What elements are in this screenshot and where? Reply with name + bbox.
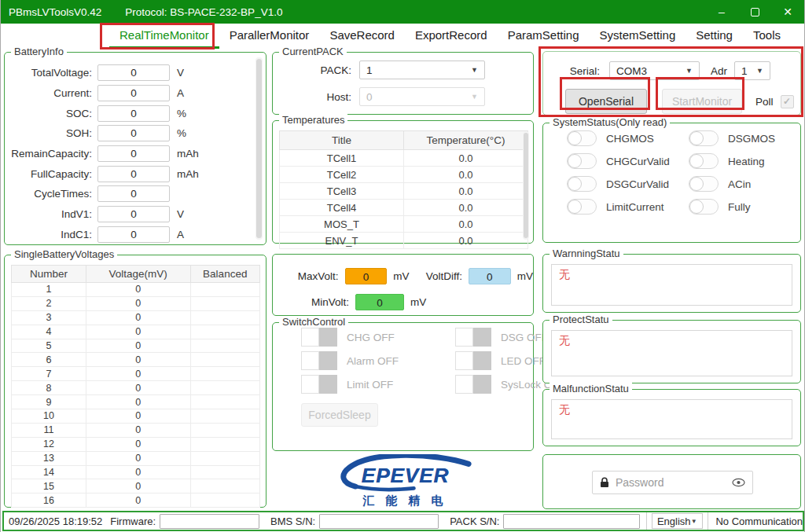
- protocol-label: Protocol: BS-PACE-232-BP_V1.0: [125, 6, 282, 18]
- cell-balanced: [190, 465, 259, 479]
- cell-number: 8: [12, 381, 86, 395]
- warning-status-title: WarnningStatu: [550, 248, 623, 259]
- cell-number: 6: [12, 353, 86, 367]
- voltage-row: 9 0: [12, 395, 260, 409]
- status-row: DSGCurValid: [567, 176, 689, 192]
- field-label: CycleTimes:: [5, 188, 97, 200]
- field-label: SOC:: [5, 108, 97, 119]
- switch-toggle[interactable]: [301, 375, 337, 394]
- status-cell: DSGMOS: [689, 130, 805, 146]
- start-monitor-button[interactable]: StartMonitor: [662, 89, 742, 114]
- temperature-row: TCell1 0.0: [280, 150, 528, 167]
- maximize-icon: [751, 8, 759, 17]
- status-toggle: [689, 153, 719, 169]
- status-bar: 09/26/2025 18:19:52 Firmware: BMS S/N: P…: [2, 511, 804, 531]
- cell-voltage: 0: [86, 353, 190, 367]
- cell-voltage: 0: [86, 479, 190, 493]
- tab-exportrecord[interactable]: ExportRecord: [405, 24, 498, 49]
- voltage-row: 5 0: [12, 339, 260, 353]
- serial-label: Serial:: [543, 65, 609, 77]
- status-toggle: [567, 199, 597, 215]
- close-button[interactable]: ✕: [771, 0, 804, 24]
- field-value: 0: [97, 125, 170, 141]
- forced-sleep-button[interactable]: ForcedSleep: [301, 403, 378, 427]
- serial-port-value: COM3: [616, 65, 647, 77]
- voltage-row: 2 0: [12, 296, 260, 310]
- cell-sensor: TCell2: [280, 167, 404, 183]
- window-controls: – ✕: [705, 0, 804, 24]
- open-serial-button[interactable]: OpenSerial: [565, 89, 647, 114]
- cell-number: 3: [12, 310, 86, 325]
- switch-toggle[interactable]: [455, 351, 491, 370]
- serial-port-select[interactable]: COM3 ▼: [609, 61, 700, 80]
- warning-status-content: 无: [551, 264, 792, 306]
- voltdiff-value: 0: [469, 268, 511, 284]
- status-toggle: [567, 153, 597, 169]
- tab-paramsetting[interactable]: ParamSetting: [498, 24, 590, 49]
- battery-info-scrollbar[interactable]: [255, 57, 263, 240]
- poll-checkbox[interactable]: ✓: [781, 95, 794, 108]
- status-cell: CHGCurValid: [567, 153, 689, 169]
- cell-sensor: TCell4: [280, 200, 404, 216]
- status-toggle: [689, 130, 719, 146]
- adr-select[interactable]: 1 ▼: [734, 61, 770, 80]
- tab-realtimemonitor[interactable]: RealTimeMonitor: [109, 24, 219, 49]
- battery-info-row: SOH: 0 %: [5, 123, 266, 144]
- temperatures-scrollbar[interactable]: [523, 131, 529, 240]
- password-panel: [542, 454, 801, 509]
- battery-info-row: RemainCapacity: 0 mAh: [5, 144, 266, 164]
- language-select[interactable]: English ▼: [652, 513, 703, 529]
- switch-toggle[interactable]: [301, 351, 337, 370]
- firmware-input[interactable]: [160, 514, 259, 529]
- battery-info-row: Current: 0 A: [5, 83, 266, 104]
- switch-toggle[interactable]: [455, 328, 491, 347]
- cell-number: 15: [12, 479, 86, 493]
- cell-voltage: 0: [86, 409, 190, 424]
- divider: [646, 512, 647, 530]
- cell-voltage: 0: [86, 493, 190, 508]
- bms-sn-input[interactable]: [319, 514, 439, 529]
- tab-tools[interactable]: Tools: [743, 24, 791, 49]
- cell-voltage: 0: [86, 381, 190, 395]
- cell-sensor: TCell1: [280, 150, 404, 167]
- switch-label: Alarm OFF: [347, 355, 399, 367]
- current-pack-panel: CurrentPACK PACK: 1 ▼ Host: 0 ▼: [272, 52, 534, 115]
- firmware-label: Firmware:: [110, 515, 156, 527]
- malfunction-status-content: 无: [551, 399, 792, 439]
- pack-sn-input[interactable]: [503, 514, 640, 529]
- malfunction-status-panel: MalfunctionStatu 无: [542, 389, 801, 446]
- current-pack-title: CurrentPACK: [279, 46, 347, 57]
- password-input[interactable]: [616, 476, 732, 489]
- bms-sn-label: BMS S/N:: [270, 515, 315, 527]
- switch-toggle[interactable]: [301, 328, 337, 347]
- serial-buttons-row: OpenSerial StartMonitor Poll ✓: [543, 89, 800, 114]
- serial-row: Serial: COM3 ▼ Adr 1 ▼: [543, 61, 800, 80]
- voltage-row: 14 0: [12, 465, 260, 479]
- pack-label: PACK:: [273, 64, 359, 76]
- poll-label: Poll: [755, 96, 774, 108]
- cell-balanced: [190, 310, 259, 325]
- maximize-button[interactable]: [738, 0, 771, 24]
- status-cell: LimitCurrent: [567, 199, 689, 215]
- tab-systemsetting[interactable]: SystemSetting: [590, 24, 686, 49]
- eye-icon[interactable]: [732, 478, 745, 487]
- cell-balanced: [190, 325, 259, 339]
- status-row: CHGMOS: [567, 130, 689, 146]
- cell-balanced: [190, 437, 259, 451]
- switch-toggle[interactable]: [455, 375, 491, 394]
- host-select[interactable]: 0 ▼: [359, 87, 485, 106]
- chevron-down-icon: ▼: [756, 67, 763, 75]
- cell-number: 13: [12, 451, 86, 465]
- adr-value: 1: [741, 65, 748, 77]
- cell-number: 1: [12, 283, 86, 297]
- lock-icon: [600, 477, 609, 488]
- minimize-button[interactable]: –: [705, 0, 738, 24]
- tab-setting[interactable]: Setting: [686, 24, 743, 49]
- voltdiff-unit: mV: [517, 270, 533, 282]
- pack-select[interactable]: 1 ▼: [359, 61, 485, 79]
- status-row: DSGMOS: [689, 130, 805, 146]
- cell-number: 11: [12, 423, 86, 437]
- temperatures-title: Temperatures: [279, 114, 347, 126]
- datetime-label: 09/26/2025 18:19:52: [9, 515, 102, 527]
- warning-status-panel: WarnningStatu 无: [542, 254, 801, 313]
